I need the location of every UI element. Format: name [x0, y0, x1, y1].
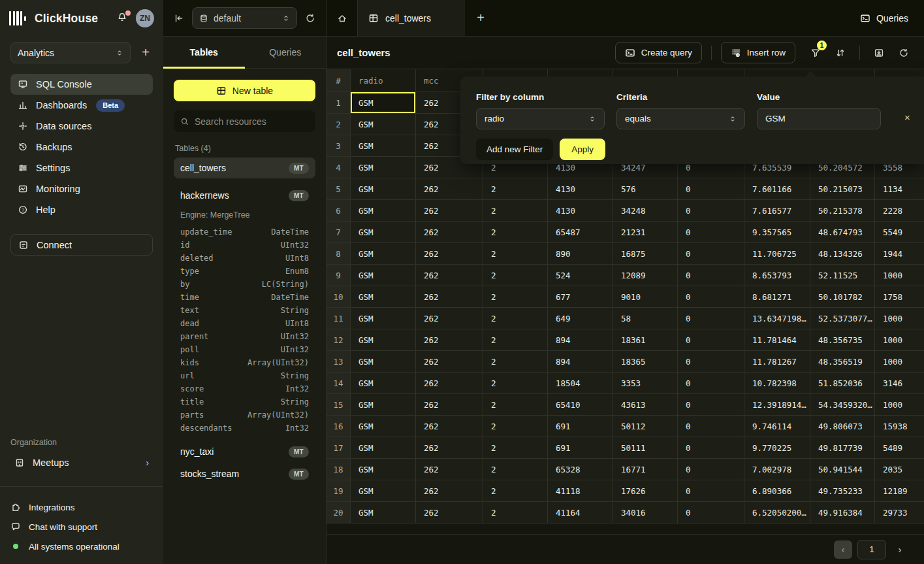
home-tab[interactable]	[327, 0, 357, 36]
data-cell[interactable]: 41118	[548, 480, 613, 502]
sidebar-item-backups[interactable]: Backups	[10, 137, 153, 158]
data-cell[interactable]: 50.215378	[810, 200, 875, 222]
data-cell[interactable]: 43613	[613, 394, 678, 416]
data-cell[interactable]: 2	[483, 502, 548, 523]
row-number-cell[interactable]: 6	[327, 200, 351, 222]
sidebar-item-dashboards[interactable]: Dashboards Beta	[10, 95, 153, 116]
data-cell[interactable]: GSM	[351, 373, 416, 394]
table-item-nyc-taxi[interactable]: nyc_taxi MT	[174, 441, 315, 462]
data-cell[interactable]: 262	[416, 329, 483, 351]
data-cell[interactable]: 262	[416, 459, 483, 480]
data-cell[interactable]: 6.52050200…	[744, 502, 810, 523]
data-cell[interactable]: 18504	[548, 373, 613, 394]
row-number-cell[interactable]: 10	[327, 286, 351, 308]
data-cell[interactable]: 1000	[875, 351, 924, 373]
data-cell[interactable]: 15938	[875, 416, 924, 437]
row-number-cell[interactable]: 20	[327, 502, 351, 523]
row-number-cell[interactable]: 2	[327, 114, 351, 135]
data-cell[interactable]: 2	[483, 222, 548, 243]
data-cell[interactable]: GSM	[351, 329, 416, 351]
data-cell[interactable]: 2	[483, 200, 548, 222]
system-status[interactable]: All systems operational	[10, 537, 153, 556]
data-cell[interactable]: GSM	[351, 243, 416, 265]
data-cell[interactable]: 9.357565	[744, 222, 810, 243]
data-cell[interactable]: 2035	[875, 459, 924, 480]
data-cell[interactable]: 262	[416, 394, 483, 416]
download-button[interactable]	[869, 43, 889, 63]
data-cell[interactable]: 2	[483, 459, 548, 480]
data-cell[interactable]: 8.681271	[744, 286, 810, 308]
notifications-bell-icon[interactable]	[117, 12, 130, 25]
add-new-filter-button[interactable]: Add new Filter	[476, 139, 553, 160]
data-cell[interactable]: 50112	[613, 416, 678, 437]
data-cell[interactable]: GSM	[351, 502, 416, 523]
data-cell[interactable]: GSM	[351, 286, 416, 308]
apply-filter-button[interactable]: Apply	[560, 139, 605, 160]
search-input[interactable]	[195, 116, 309, 127]
data-cell[interactable]: 50.101782	[810, 286, 875, 308]
data-cell[interactable]: 65410	[548, 394, 613, 416]
data-cell[interactable]: 1944	[875, 243, 924, 265]
row-number-cell[interactable]: 14	[327, 373, 351, 394]
sidebar-item-sql-console[interactable]: SQL Console	[10, 74, 153, 95]
insert-row-button[interactable]: Insert row	[721, 42, 795, 63]
data-cell[interactable]: 51.852036	[810, 373, 875, 394]
data-cell[interactable]: 894	[548, 351, 613, 373]
data-cell[interactable]: 16771	[613, 459, 678, 480]
data-cell[interactable]: GSM	[351, 157, 416, 178]
data-cell[interactable]: 1000	[875, 265, 924, 286]
data-cell[interactable]: 11.781464	[744, 329, 810, 351]
data-cell[interactable]: 0	[678, 373, 744, 394]
data-cell[interactable]: 691	[548, 437, 613, 459]
data-cell[interactable]: 262	[416, 351, 483, 373]
data-cell[interactable]: 262	[416, 480, 483, 502]
row-number-cell[interactable]: 4	[327, 157, 351, 178]
data-cell[interactable]: 54.3459320…	[810, 394, 875, 416]
data-cell[interactable]: 0	[678, 437, 744, 459]
data-cell[interactable]: 52.11525	[810, 265, 875, 286]
data-cell[interactable]: 48.134326	[810, 243, 875, 265]
filter-criteria-select[interactable]: equals	[616, 108, 745, 129]
data-cell[interactable]: 49.735233	[810, 480, 875, 502]
data-cell[interactable]: GSM	[351, 308, 416, 329]
table-item-cell-towers[interactable]: cell_towers MT	[174, 158, 315, 178]
data-cell[interactable]: GSM	[351, 265, 416, 286]
data-cell[interactable]: 8.653793	[744, 265, 810, 286]
row-number-cell[interactable]: 18	[327, 459, 351, 480]
data-cell[interactable]: 262	[416, 416, 483, 437]
data-cell[interactable]: GSM	[351, 416, 416, 437]
data-cell[interactable]: 524	[548, 265, 613, 286]
data-cell[interactable]: 49.806073	[810, 416, 875, 437]
filter-remove-button[interactable]: ×	[900, 110, 914, 124]
data-cell[interactable]: 0	[678, 178, 744, 200]
data-cell[interactable]: 65487	[548, 222, 613, 243]
data-cell[interactable]: 48.356735	[810, 329, 875, 351]
data-cell[interactable]: 2	[483, 329, 548, 351]
row-number-cell[interactable]: 8	[327, 243, 351, 265]
data-cell[interactable]: 576	[613, 178, 678, 200]
data-cell[interactable]: 2	[483, 243, 548, 265]
prev-page-button[interactable]: ‹	[834, 540, 852, 559]
create-query-button[interactable]: Create query	[615, 42, 702, 63]
data-cell[interactable]: 49.817739	[810, 437, 875, 459]
sidebar-item-meetups[interactable]: Meetups ›	[10, 452, 153, 473]
database-select[interactable]: default	[192, 7, 297, 29]
row-number-cell[interactable]: 3	[327, 135, 351, 157]
data-cell[interactable]: 41164	[548, 502, 613, 523]
data-cell[interactable]: 18365	[613, 351, 678, 373]
table-item-hackernews[interactable]: hackernews MT	[174, 185, 315, 206]
sidebar-item-help[interactable]: ? Help	[10, 199, 153, 220]
data-cell[interactable]: 2	[483, 373, 548, 394]
data-cell[interactable]: 262	[416, 243, 483, 265]
data-cell[interactable]: 1000	[875, 394, 924, 416]
data-cell[interactable]: GSM	[351, 135, 416, 157]
data-cell[interactable]: 0	[678, 308, 744, 329]
tab-cell-towers[interactable]: cell_towers	[357, 0, 465, 36]
data-cell[interactable]: 49.916384	[810, 502, 875, 523]
data-cell[interactable]: 9.770225	[744, 437, 810, 459]
data-cell[interactable]: 649	[548, 308, 613, 329]
data-cell[interactable]: 262	[416, 265, 483, 286]
data-cell[interactable]: 34016	[613, 502, 678, 523]
data-cell[interactable]: 0	[678, 243, 744, 265]
table-item-stocks-stream[interactable]: stocks_stream MT	[174, 463, 315, 484]
